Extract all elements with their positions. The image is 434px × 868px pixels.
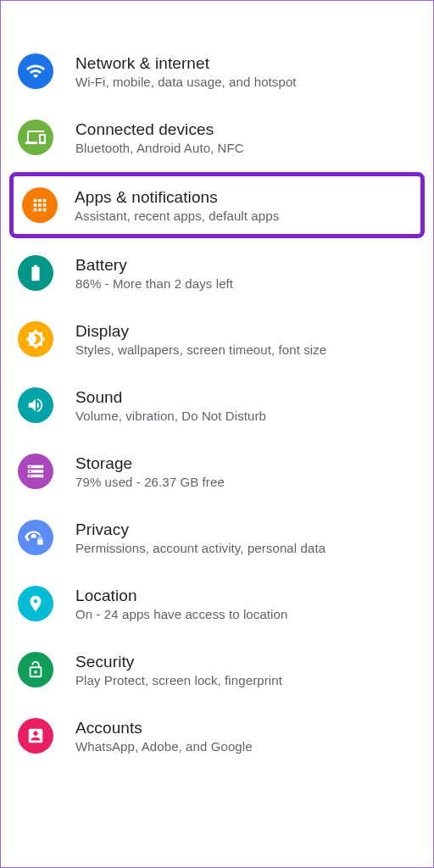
item-title: Storage — [75, 454, 225, 473]
item-subtitle: Wi-Fi, mobile, data usage, and hotspot — [75, 75, 297, 89]
item-title: Display — [75, 322, 326, 341]
item-subtitle: Volume, vibration, Do Not Disturb — [75, 409, 266, 423]
item-text: Privacy Permissions, account activity, p… — [75, 520, 326, 555]
storage-icon — [18, 453, 53, 489]
item-sound[interactable]: Sound Volume, vibration, Do Not Disturb — [1, 372, 433, 438]
item-text: Storage 79% used - 26.37 GB free — [75, 454, 225, 489]
item-subtitle: On - 24 apps have access to location — [75, 607, 287, 621]
eye-lock-icon — [18, 520, 53, 555]
settings-list: Network & internet Wi-Fi, mobile, data u… — [1, 1, 433, 769]
item-title: Accounts — [75, 719, 253, 737]
location-icon — [18, 586, 53, 621]
item-storage[interactable]: Storage 79% used - 26.37 GB free — [1, 438, 433, 504]
item-title: Network & internet — [75, 54, 297, 73]
item-display[interactable]: Display Styles, wallpapers, screen timeo… — [1, 306, 433, 372]
item-title: Battery — [75, 256, 233, 275]
devices-icon — [18, 120, 53, 155]
item-text: Sound Volume, vibration, Do Not Disturb — [75, 388, 266, 423]
item-battery[interactable]: Battery 86% - More than 2 days left — [1, 240, 433, 306]
item-subtitle: Bluetooth, Android Auto, NFC — [75, 141, 244, 155]
item-text: Security Play Protect, screen lock, fing… — [75, 653, 282, 687]
item-location[interactable]: Location On - 24 apps have access to loc… — [1, 570, 433, 637]
item-network[interactable]: Network & internet Wi-Fi, mobile, data u… — [1, 38, 433, 104]
item-text: Battery 86% - More than 2 days left — [75, 256, 233, 291]
item-subtitle: Styles, wallpapers, screen timeout, font… — [75, 342, 326, 357]
item-subtitle: Permissions, account activity, personal … — [75, 541, 326, 555]
svg-point-0 — [32, 535, 36, 538]
wifi-icon — [18, 53, 53, 89]
battery-icon — [18, 255, 53, 291]
item-connected-devices[interactable]: Connected devices Bluetooth, Android Aut… — [1, 104, 433, 170]
volume-icon — [18, 387, 53, 423]
item-text: Accounts WhatsApp, Adobe, and Google — [75, 719, 253, 754]
item-title: Connected devices — [75, 120, 244, 139]
item-security[interactable]: Security Play Protect, screen lock, fing… — [1, 637, 433, 703]
item-subtitle: WhatsApp, Adobe, and Google — [75, 739, 253, 754]
item-title: Privacy — [75, 520, 326, 539]
item-text: Display Styles, wallpapers, screen timeo… — [75, 322, 326, 357]
account-icon — [18, 718, 53, 754]
item-text: Connected devices Bluetooth, Android Aut… — [75, 120, 244, 155]
brightness-icon — [18, 321, 53, 357]
apps-icon — [22, 187, 58, 223]
item-apps-notifications[interactable]: Apps & notifications Assistant, recent a… — [9, 172, 425, 238]
item-title: Apps & notifications — [75, 188, 279, 207]
item-title: Security — [75, 653, 282, 671]
item-title: Sound — [75, 388, 266, 407]
item-subtitle: 86% - More than 2 days left — [75, 276, 233, 291]
item-text: Apps & notifications Assistant, recent a… — [75, 188, 279, 223]
item-text: Location On - 24 apps have access to loc… — [75, 587, 287, 621]
item-text: Network & internet Wi-Fi, mobile, data u… — [75, 54, 297, 89]
item-subtitle: Play Protect, screen lock, fingerprint — [75, 673, 282, 687]
item-subtitle: Assistant, recent apps, default apps — [75, 209, 279, 223]
item-title: Location — [75, 587, 287, 605]
lock-open-icon — [18, 652, 53, 687]
item-subtitle: 79% used - 26.37 GB free — [75, 475, 225, 489]
item-privacy[interactable]: Privacy Permissions, account activity, p… — [1, 504, 433, 570]
item-accounts[interactable]: Accounts WhatsApp, Adobe, and Google — [1, 703, 433, 769]
